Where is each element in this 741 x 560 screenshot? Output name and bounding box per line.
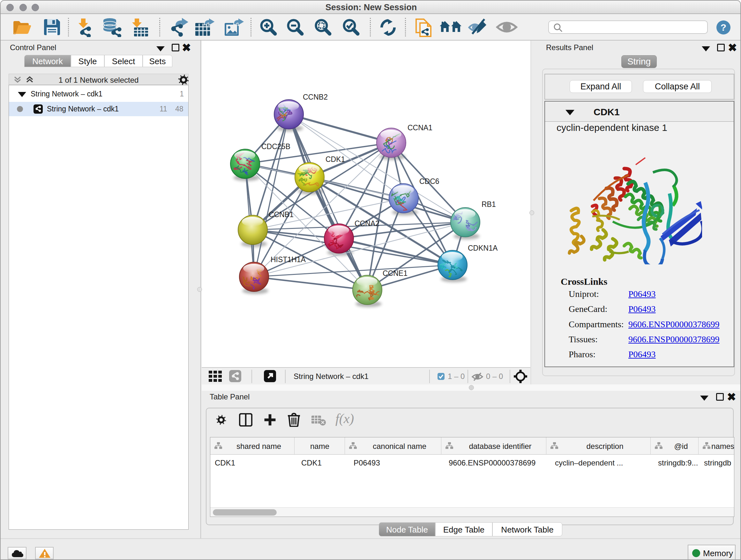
svg-text:RB1: RB1 [482,200,496,208]
svg-text:CCNB1: CCNB1 [269,210,293,219]
svg-text:CCNA2: CCNA2 [354,219,380,228]
svg-text:CCNA1: CCNA1 [408,124,432,132]
svg-text:CDK1: CDK1 [326,155,345,164]
svg-text:CCNE1: CCNE1 [383,269,408,277]
svg-text:CCNB2: CCNB2 [303,93,328,101]
svg-text:CDC6: CDC6 [419,177,440,186]
svg-text:CDKN1A: CDKN1A [468,244,498,252]
svg-text:HIST1H1A: HIST1H1A [271,255,306,264]
svg-text:CDC25B: CDC25B [261,142,290,151]
